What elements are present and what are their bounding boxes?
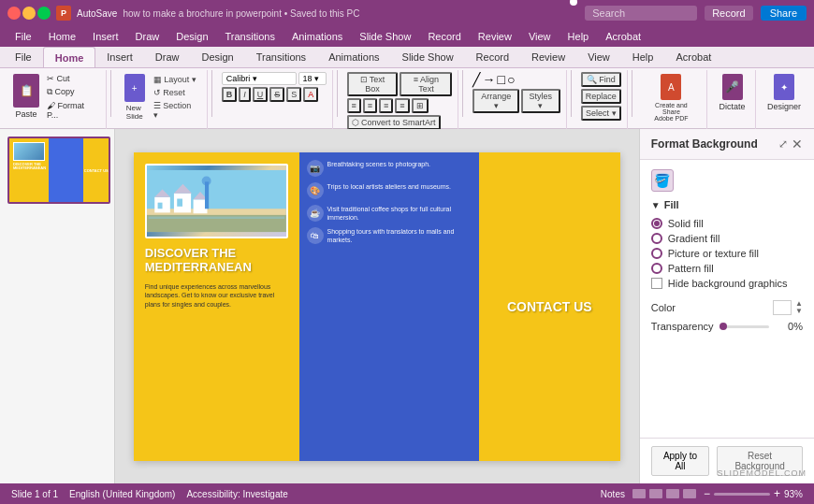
menu-home[interactable]: Home: [41, 29, 83, 44]
section-button[interactable]: ☰ Section ▾: [151, 100, 201, 121]
strikethrough-button[interactable]: S: [269, 87, 284, 102]
shape-rect-icon[interactable]: □: [497, 72, 504, 87]
menu-review[interactable]: Review: [471, 29, 519, 44]
pattern-fill-radio[interactable]: [651, 263, 662, 274]
arrange-button[interactable]: Arrange ▾: [472, 89, 518, 113]
tab-transitions[interactable]: Transitions: [245, 47, 317, 67]
shape-oval-icon[interactable]: ○: [507, 72, 515, 87]
tab-design[interactable]: Design: [190, 47, 244, 67]
tab-record[interactable]: Record: [465, 47, 520, 67]
select-button[interactable]: Select ▾: [581, 106, 621, 121]
language-label: English (United Kingdom): [69, 489, 175, 499]
reading-view-icon[interactable]: [666, 489, 679, 498]
solid-fill-option[interactable]: Solid fill: [651, 218, 803, 229]
transparency-slider[interactable]: [720, 325, 769, 328]
menu-insert[interactable]: Insert: [85, 29, 126, 44]
gradient-fill-option[interactable]: Gradient fill: [651, 233, 803, 244]
tab-review[interactable]: Review: [520, 47, 576, 67]
menu-acrobat[interactable]: Acrobat: [598, 29, 648, 44]
create-share-button[interactable]: A Create and ShareAdobe PDF: [642, 72, 701, 123]
svg-point-11: [201, 176, 211, 185]
notes-button[interactable]: Notes: [601, 489, 625, 499]
tab-file[interactable]: File: [4, 47, 43, 67]
convert-smartart-button[interactable]: ⬡ Convert to SmartArt: [347, 115, 441, 130]
slideshow-view-icon[interactable]: [683, 489, 696, 498]
pattern-fill-option[interactable]: Pattern fill: [651, 263, 803, 274]
replace-button[interactable]: Replace: [581, 89, 621, 104]
normal-view-icon[interactable]: [632, 489, 646, 498]
solid-fill-radio[interactable]: [651, 218, 662, 229]
close-button[interactable]: [7, 7, 21, 20]
align-center-button[interactable]: ≡: [363, 98, 377, 113]
align-left-button[interactable]: ≡: [347, 98, 361, 113]
shape-line-icon[interactable]: ╱: [472, 72, 480, 87]
zoom-slider[interactable]: [714, 493, 770, 496]
menu-design[interactable]: Design: [168, 29, 215, 44]
shape-styles-button[interactable]: Styles ▾: [521, 89, 560, 113]
menu-file[interactable]: File: [7, 29, 39, 44]
picture-fill-radio[interactable]: [651, 248, 662, 259]
paste-button[interactable]: 📋 Paste: [9, 72, 43, 121]
panel-close-button[interactable]: ✕: [792, 137, 803, 151]
align-text-button[interactable]: ≡ Align Text: [400, 72, 452, 96]
gradient-fill-radio[interactable]: [651, 233, 662, 244]
justify-button[interactable]: ≡: [395, 98, 409, 113]
paint-bucket-icon[interactable]: 🪣: [651, 169, 674, 192]
color-down-arrow[interactable]: ▼: [795, 308, 803, 315]
menu-slideshow[interactable]: Slide Show: [352, 29, 418, 44]
apply-to-all-button[interactable]: Apply to All: [651, 446, 709, 476]
tab-view[interactable]: View: [576, 47, 621, 67]
zoom-plus-button[interactable]: +: [774, 487, 780, 500]
window-controls[interactable]: [7, 7, 51, 20]
tab-acrobat[interactable]: Acrobat: [664, 47, 722, 67]
menu-transitions[interactable]: Transitions: [218, 29, 283, 44]
copy-button[interactable]: ⧉ Copy: [45, 86, 100, 98]
hide-bg-option[interactable]: Hide background graphics: [651, 278, 803, 289]
reset-button[interactable]: ↺ Reset: [151, 87, 201, 98]
align-right-button[interactable]: ≡: [379, 98, 393, 113]
underline-button[interactable]: U: [253, 87, 269, 102]
tab-help[interactable]: Help: [621, 47, 665, 67]
columns-button[interactable]: ⊞: [412, 98, 429, 113]
picture-fill-option[interactable]: Picture or texture fill: [651, 248, 803, 259]
dictate-button[interactable]: 🎤 Dictate: [716, 72, 749, 113]
find-button[interactable]: 🔍 Find: [581, 72, 621, 87]
tab-draw[interactable]: Draw: [144, 47, 191, 67]
slide-sorter-icon[interactable]: [649, 489, 662, 498]
share-btn[interactable]: Share: [761, 6, 807, 21]
italic-button[interactable]: I: [239, 87, 251, 102]
sep5: [571, 70, 572, 117]
designer-button[interactable]: ✦ Designer: [763, 72, 805, 113]
maximize-button[interactable]: [37, 7, 51, 20]
tab-slideshow[interactable]: Slide Show: [391, 47, 465, 67]
font-family-dropdown[interactable]: Calibri ▾: [222, 72, 297, 85]
menu-animations[interactable]: Animations: [284, 29, 350, 44]
record-btn[interactable]: Record: [705, 6, 752, 21]
menu-draw[interactable]: Draw: [128, 29, 167, 44]
panel-expand-button[interactable]: ⤢: [778, 137, 788, 151]
text-box-button[interactable]: ⊡ Text Box: [347, 72, 399, 96]
font-size-dropdown[interactable]: 18 ▾: [298, 72, 327, 85]
zoom-minus-button[interactable]: −: [704, 487, 710, 500]
bold-button[interactable]: B: [222, 87, 238, 102]
slide-thumbnail-1[interactable]: DISCOVER THE MEDITERRANEAN CONTACT US: [7, 137, 110, 204]
shape-arrow-icon[interactable]: →: [482, 72, 495, 87]
gradient-fill-label: Gradient fill: [668, 233, 720, 244]
search-input[interactable]: [585, 6, 697, 21]
tab-home[interactable]: Home: [43, 47, 96, 67]
text-shadow-button[interactable]: S: [286, 87, 301, 102]
color-swatch[interactable]: [773, 300, 792, 315]
cut-button[interactable]: ✂ Cut: [45, 73, 100, 84]
new-slide-button[interactable]: + NewSlide: [121, 72, 149, 122]
menu-help[interactable]: Help: [560, 29, 597, 44]
accessibility-label[interactable]: Accessibility: Investigate: [186, 489, 287, 499]
hide-bg-checkbox[interactable]: [651, 278, 662, 289]
layout-button[interactable]: ▦ Layout ▾: [151, 74, 201, 85]
minimize-button[interactable]: [22, 7, 36, 20]
tab-animations[interactable]: Animations: [317, 47, 390, 67]
menu-record[interactable]: Record: [420, 29, 468, 44]
format-painter-button[interactable]: 🖌 Format P...: [45, 100, 100, 121]
font-color-button[interactable]: A: [303, 87, 318, 102]
tab-insert[interactable]: Insert: [95, 47, 144, 67]
menu-view[interactable]: View: [521, 29, 559, 44]
